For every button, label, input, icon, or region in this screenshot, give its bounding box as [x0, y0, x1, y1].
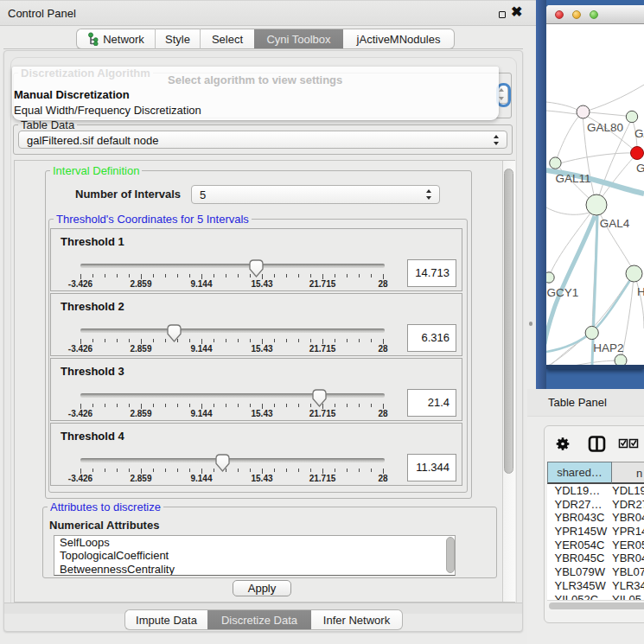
svg-text:GA: GA: [634, 127, 644, 140]
svg-text:GAL11: GAL11: [555, 172, 590, 185]
svg-text:HA: HA: [637, 285, 644, 298]
svg-text:GCY1: GCY1: [547, 286, 579, 299]
svg-text:GR: GR: [636, 162, 644, 175]
svg-text:HAP2: HAP2: [593, 341, 623, 354]
svg-text:GAL4: GAL4: [600, 217, 630, 230]
svg-text:GAL80: GAL80: [587, 121, 623, 134]
